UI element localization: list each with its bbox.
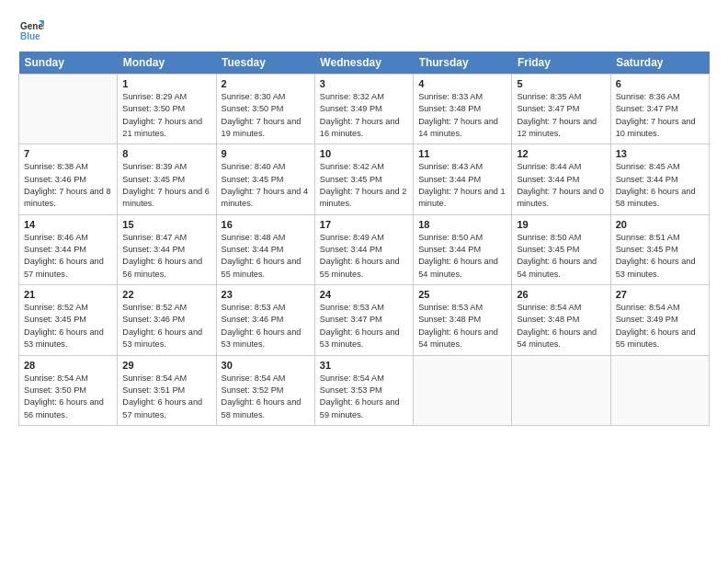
calendar-cell: 30Sunrise: 8:54 AMSunset: 3:52 PMDayligh…	[216, 355, 314, 425]
day-number: 18	[418, 219, 506, 230]
day-number: 21	[24, 289, 112, 300]
calendar-cell: 1Sunrise: 8:29 AMSunset: 3:50 PMDaylight…	[118, 75, 216, 144]
day-of-week-header: Saturday	[610, 52, 709, 75]
calendar-cell: 14Sunrise: 8:46 AMSunset: 3:44 PMDayligh…	[19, 214, 118, 284]
day-number: 13	[616, 148, 704, 159]
calendar-cell	[414, 355, 512, 425]
day-info: Sunrise: 8:48 AMSunset: 3:44 PMDaylight:…	[222, 232, 310, 281]
calendar-cell	[512, 355, 610, 425]
calendar-cell: 22Sunrise: 8:52 AMSunset: 3:46 PMDayligh…	[118, 285, 216, 355]
day-info: Sunrise: 8:54 AMSunset: 3:53 PMDaylight:…	[320, 373, 408, 421]
day-number: 10	[320, 148, 408, 159]
day-info: Sunrise: 8:43 AMSunset: 3:44 PMDaylight:…	[418, 161, 506, 210]
day-info: Sunrise: 8:38 AMSunset: 3:46 PMDaylight:…	[24, 161, 112, 210]
header: General Blue	[18, 17, 710, 42]
day-info: Sunrise: 8:47 AMSunset: 3:44 PMDaylight:…	[122, 232, 210, 281]
calendar-cell: 20Sunrise: 8:51 AMSunset: 3:45 PMDayligh…	[610, 214, 709, 284]
day-number: 24	[320, 289, 408, 300]
day-info: Sunrise: 8:39 AMSunset: 3:45 PMDaylight:…	[122, 161, 210, 210]
day-number: 31	[320, 360, 408, 371]
day-info: Sunrise: 8:33 AMSunset: 3:48 PMDaylight:…	[418, 91, 506, 140]
calendar-table: SundayMondayTuesdayWednesdayThursdayFrid…	[18, 52, 710, 426]
day-info: Sunrise: 8:35 AMSunset: 3:47 PMDaylight:…	[517, 91, 605, 140]
calendar-cell: 8Sunrise: 8:39 AMSunset: 3:45 PMDaylight…	[118, 144, 216, 214]
day-info: Sunrise: 8:54 AMSunset: 3:51 PMDaylight:…	[122, 373, 210, 421]
day-number: 1	[122, 78, 210, 89]
calendar-page: General Blue SundayMondayTuesdayWednesda…	[0, 0, 728, 563]
day-of-week-header: Friday	[512, 52, 610, 75]
day-info: Sunrise: 8:53 AMSunset: 3:46 PMDaylight:…	[222, 302, 310, 350]
day-of-week-header: Tuesday	[216, 52, 314, 75]
day-number: 27	[616, 289, 704, 300]
day-number: 14	[24, 219, 112, 230]
day-of-week-header: Wednesday	[314, 52, 413, 75]
day-number: 28	[24, 360, 112, 371]
calendar-cell: 15Sunrise: 8:47 AMSunset: 3:44 PMDayligh…	[118, 214, 216, 284]
day-info: Sunrise: 8:53 AMSunset: 3:47 PMDaylight:…	[320, 302, 408, 350]
day-number: 22	[122, 289, 210, 300]
calendar-cell: 18Sunrise: 8:50 AMSunset: 3:44 PMDayligh…	[414, 214, 512, 284]
day-number: 29	[122, 360, 210, 371]
day-number: 19	[517, 219, 605, 230]
calendar-week-row: 14Sunrise: 8:46 AMSunset: 3:44 PMDayligh…	[19, 214, 710, 284]
day-number: 4	[418, 78, 506, 89]
day-info: Sunrise: 8:29 AMSunset: 3:50 PMDaylight:…	[122, 91, 210, 140]
calendar-cell: 29Sunrise: 8:54 AMSunset: 3:51 PMDayligh…	[118, 355, 216, 425]
calendar-cell: 27Sunrise: 8:54 AMSunset: 3:49 PMDayligh…	[610, 285, 709, 355]
day-number: 6	[616, 78, 704, 89]
day-info: Sunrise: 8:36 AMSunset: 3:47 PMDaylight:…	[616, 91, 704, 140]
logo: General Blue	[18, 17, 48, 42]
day-number: 7	[24, 148, 112, 159]
day-number: 2	[222, 78, 310, 89]
calendar-cell: 7Sunrise: 8:38 AMSunset: 3:46 PMDaylight…	[19, 144, 118, 214]
day-info: Sunrise: 8:45 AMSunset: 3:44 PMDaylight:…	[616, 161, 704, 210]
day-number: 9	[222, 148, 310, 159]
calendar-cell: 2Sunrise: 8:30 AMSunset: 3:50 PMDaylight…	[216, 75, 314, 144]
day-info: Sunrise: 8:42 AMSunset: 3:45 PMDaylight:…	[320, 161, 408, 210]
day-info: Sunrise: 8:49 AMSunset: 3:44 PMDaylight:…	[320, 232, 408, 281]
calendar-cell: 3Sunrise: 8:32 AMSunset: 3:49 PMDaylight…	[314, 75, 413, 144]
day-info: Sunrise: 8:40 AMSunset: 3:45 PMDaylight:…	[222, 161, 310, 210]
calendar-week-row: 21Sunrise: 8:52 AMSunset: 3:45 PMDayligh…	[19, 285, 710, 355]
calendar-cell: 13Sunrise: 8:45 AMSunset: 3:44 PMDayligh…	[610, 144, 709, 214]
calendar-cell: 5Sunrise: 8:35 AMSunset: 3:47 PMDaylight…	[512, 75, 610, 144]
day-number: 3	[320, 78, 408, 89]
day-info: Sunrise: 8:51 AMSunset: 3:45 PMDaylight:…	[616, 232, 704, 281]
calendar-cell: 28Sunrise: 8:54 AMSunset: 3:50 PMDayligh…	[19, 355, 118, 425]
calendar-cell: 31Sunrise: 8:54 AMSunset: 3:53 PMDayligh…	[314, 355, 413, 425]
day-info: Sunrise: 8:30 AMSunset: 3:50 PMDaylight:…	[222, 91, 310, 140]
day-info: Sunrise: 8:54 AMSunset: 3:50 PMDaylight:…	[24, 373, 112, 421]
calendar-cell: 6Sunrise: 8:36 AMSunset: 3:47 PMDaylight…	[610, 75, 709, 144]
calendar-cell: 16Sunrise: 8:48 AMSunset: 3:44 PMDayligh…	[216, 214, 314, 284]
logo-icon: General Blue	[18, 17, 44, 42]
calendar-cell	[19, 75, 118, 144]
calendar-cell: 9Sunrise: 8:40 AMSunset: 3:45 PMDaylight…	[216, 144, 314, 214]
calendar-cell: 24Sunrise: 8:53 AMSunset: 3:47 PMDayligh…	[314, 285, 413, 355]
day-info: Sunrise: 8:32 AMSunset: 3:49 PMDaylight:…	[320, 91, 408, 140]
day-number: 12	[517, 148, 605, 159]
calendar-week-row: 28Sunrise: 8:54 AMSunset: 3:50 PMDayligh…	[19, 355, 710, 425]
svg-text:Blue: Blue	[20, 31, 40, 41]
svg-text:General: General	[20, 21, 44, 31]
calendar-header-row: SundayMondayTuesdayWednesdayThursdayFrid…	[19, 52, 710, 75]
calendar-cell: 4Sunrise: 8:33 AMSunset: 3:48 PMDaylight…	[414, 75, 512, 144]
calendar-cell: 25Sunrise: 8:53 AMSunset: 3:48 PMDayligh…	[414, 285, 512, 355]
day-info: Sunrise: 8:52 AMSunset: 3:46 PMDaylight:…	[122, 302, 210, 350]
calendar-cell: 10Sunrise: 8:42 AMSunset: 3:45 PMDayligh…	[314, 144, 413, 214]
day-number: 25	[418, 289, 506, 300]
calendar-week-row: 7Sunrise: 8:38 AMSunset: 3:46 PMDaylight…	[19, 144, 710, 214]
calendar-cell: 21Sunrise: 8:52 AMSunset: 3:45 PMDayligh…	[19, 285, 118, 355]
calendar-cell: 12Sunrise: 8:44 AMSunset: 3:44 PMDayligh…	[512, 144, 610, 214]
day-number: 11	[418, 148, 506, 159]
calendar-cell: 23Sunrise: 8:53 AMSunset: 3:46 PMDayligh…	[216, 285, 314, 355]
day-number: 23	[222, 289, 310, 300]
day-info: Sunrise: 8:54 AMSunset: 3:48 PMDaylight:…	[517, 302, 605, 350]
calendar-cell	[610, 355, 709, 425]
day-number: 8	[122, 148, 210, 159]
calendar-cell: 17Sunrise: 8:49 AMSunset: 3:44 PMDayligh…	[314, 214, 413, 284]
day-number: 30	[222, 360, 310, 371]
day-info: Sunrise: 8:46 AMSunset: 3:44 PMDaylight:…	[24, 232, 112, 281]
day-info: Sunrise: 8:54 AMSunset: 3:52 PMDaylight:…	[222, 373, 310, 421]
day-number: 5	[517, 78, 605, 89]
day-of-week-header: Monday	[118, 52, 216, 75]
